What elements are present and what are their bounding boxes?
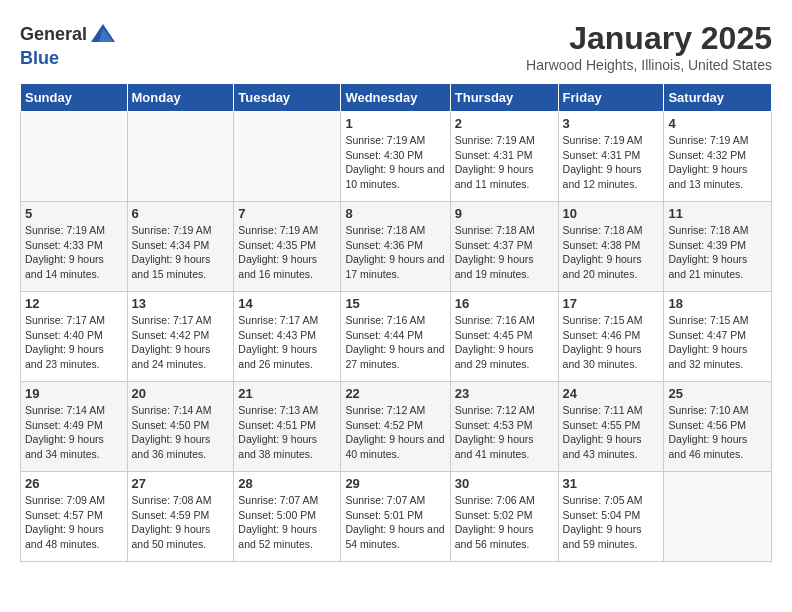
calendar-day-cell: 30Sunrise: 7:06 AM Sunset: 5:02 PM Dayli… — [450, 472, 558, 562]
calendar-day-cell: 29Sunrise: 7:07 AM Sunset: 5:01 PM Dayli… — [341, 472, 450, 562]
day-info: Sunrise: 7:15 AM Sunset: 4:47 PM Dayligh… — [668, 313, 767, 372]
day-info: Sunrise: 7:10 AM Sunset: 4:56 PM Dayligh… — [668, 403, 767, 462]
calendar-day-cell: 22Sunrise: 7:12 AM Sunset: 4:52 PM Dayli… — [341, 382, 450, 472]
day-info: Sunrise: 7:17 AM Sunset: 4:43 PM Dayligh… — [238, 313, 336, 372]
day-number: 29 — [345, 476, 445, 491]
day-number: 13 — [132, 296, 230, 311]
day-number: 31 — [563, 476, 660, 491]
day-number: 9 — [455, 206, 554, 221]
calendar-day-cell: 23Sunrise: 7:12 AM Sunset: 4:53 PM Dayli… — [450, 382, 558, 472]
day-info: Sunrise: 7:16 AM Sunset: 4:45 PM Dayligh… — [455, 313, 554, 372]
calendar-day-cell: 2Sunrise: 7:19 AM Sunset: 4:31 PM Daylig… — [450, 112, 558, 202]
day-number: 1 — [345, 116, 445, 131]
day-number: 11 — [668, 206, 767, 221]
calendar-day-cell: 14Sunrise: 7:17 AM Sunset: 4:43 PM Dayli… — [234, 292, 341, 382]
calendar-day-cell: 26Sunrise: 7:09 AM Sunset: 4:57 PM Dayli… — [21, 472, 128, 562]
calendar-header-row: SundayMondayTuesdayWednesdayThursdayFrid… — [21, 84, 772, 112]
calendar-week-row: 5Sunrise: 7:19 AM Sunset: 4:33 PM Daylig… — [21, 202, 772, 292]
page-header: General Blue January 2025 Harwood Height… — [20, 20, 772, 73]
calendar-day-cell: 4Sunrise: 7:19 AM Sunset: 4:32 PM Daylig… — [664, 112, 772, 202]
day-of-week-header: Tuesday — [234, 84, 341, 112]
day-info: Sunrise: 7:19 AM Sunset: 4:31 PM Dayligh… — [563, 133, 660, 192]
day-number: 15 — [345, 296, 445, 311]
day-info: Sunrise: 7:19 AM Sunset: 4:30 PM Dayligh… — [345, 133, 445, 192]
day-number: 10 — [563, 206, 660, 221]
calendar-day-cell — [664, 472, 772, 562]
day-of-week-header: Sunday — [21, 84, 128, 112]
calendar-table: SundayMondayTuesdayWednesdayThursdayFrid… — [20, 83, 772, 562]
day-number: 25 — [668, 386, 767, 401]
calendar-week-row: 19Sunrise: 7:14 AM Sunset: 4:49 PM Dayli… — [21, 382, 772, 472]
calendar-day-cell: 15Sunrise: 7:16 AM Sunset: 4:44 PM Dayli… — [341, 292, 450, 382]
day-number: 6 — [132, 206, 230, 221]
day-number: 8 — [345, 206, 445, 221]
calendar-day-cell: 25Sunrise: 7:10 AM Sunset: 4:56 PM Dayli… — [664, 382, 772, 472]
day-number: 26 — [25, 476, 123, 491]
calendar-day-cell — [127, 112, 234, 202]
day-number: 27 — [132, 476, 230, 491]
day-info: Sunrise: 7:18 AM Sunset: 4:39 PM Dayligh… — [668, 223, 767, 282]
day-info: Sunrise: 7:11 AM Sunset: 4:55 PM Dayligh… — [563, 403, 660, 462]
calendar-day-cell — [234, 112, 341, 202]
calendar-day-cell: 10Sunrise: 7:18 AM Sunset: 4:38 PM Dayli… — [558, 202, 664, 292]
day-info: Sunrise: 7:06 AM Sunset: 5:02 PM Dayligh… — [455, 493, 554, 552]
calendar-day-cell: 11Sunrise: 7:18 AM Sunset: 4:39 PM Dayli… — [664, 202, 772, 292]
location: Harwood Heights, Illinois, United States — [526, 57, 772, 73]
logo-icon — [89, 20, 117, 48]
day-info: Sunrise: 7:19 AM Sunset: 4:33 PM Dayligh… — [25, 223, 123, 282]
day-number: 16 — [455, 296, 554, 311]
day-info: Sunrise: 7:14 AM Sunset: 4:50 PM Dayligh… — [132, 403, 230, 462]
calendar-day-cell: 16Sunrise: 7:16 AM Sunset: 4:45 PM Dayli… — [450, 292, 558, 382]
logo-general-text: General — [20, 24, 87, 45]
calendar-day-cell: 6Sunrise: 7:19 AM Sunset: 4:34 PM Daylig… — [127, 202, 234, 292]
day-number: 22 — [345, 386, 445, 401]
day-of-week-header: Saturday — [664, 84, 772, 112]
logo-blue-text: Blue — [20, 48, 59, 69]
day-info: Sunrise: 7:07 AM Sunset: 5:01 PM Dayligh… — [345, 493, 445, 552]
calendar-day-cell: 24Sunrise: 7:11 AM Sunset: 4:55 PM Dayli… — [558, 382, 664, 472]
calendar-day-cell: 3Sunrise: 7:19 AM Sunset: 4:31 PM Daylig… — [558, 112, 664, 202]
day-info: Sunrise: 7:07 AM Sunset: 5:00 PM Dayligh… — [238, 493, 336, 552]
day-info: Sunrise: 7:17 AM Sunset: 4:42 PM Dayligh… — [132, 313, 230, 372]
day-info: Sunrise: 7:18 AM Sunset: 4:38 PM Dayligh… — [563, 223, 660, 282]
day-number: 4 — [668, 116, 767, 131]
day-number: 20 — [132, 386, 230, 401]
calendar-day-cell: 17Sunrise: 7:15 AM Sunset: 4:46 PM Dayli… — [558, 292, 664, 382]
day-info: Sunrise: 7:08 AM Sunset: 4:59 PM Dayligh… — [132, 493, 230, 552]
day-info: Sunrise: 7:14 AM Sunset: 4:49 PM Dayligh… — [25, 403, 123, 462]
day-of-week-header: Thursday — [450, 84, 558, 112]
calendar-day-cell: 7Sunrise: 7:19 AM Sunset: 4:35 PM Daylig… — [234, 202, 341, 292]
day-info: Sunrise: 7:19 AM Sunset: 4:35 PM Dayligh… — [238, 223, 336, 282]
day-info: Sunrise: 7:13 AM Sunset: 4:51 PM Dayligh… — [238, 403, 336, 462]
calendar-day-cell: 18Sunrise: 7:15 AM Sunset: 4:47 PM Dayli… — [664, 292, 772, 382]
calendar-day-cell: 19Sunrise: 7:14 AM Sunset: 4:49 PM Dayli… — [21, 382, 128, 472]
day-of-week-header: Friday — [558, 84, 664, 112]
day-info: Sunrise: 7:18 AM Sunset: 4:36 PM Dayligh… — [345, 223, 445, 282]
day-number: 24 — [563, 386, 660, 401]
day-number: 17 — [563, 296, 660, 311]
calendar-day-cell: 12Sunrise: 7:17 AM Sunset: 4:40 PM Dayli… — [21, 292, 128, 382]
calendar-day-cell — [21, 112, 128, 202]
day-info: Sunrise: 7:15 AM Sunset: 4:46 PM Dayligh… — [563, 313, 660, 372]
day-info: Sunrise: 7:19 AM Sunset: 4:31 PM Dayligh… — [455, 133, 554, 192]
logo: General Blue — [20, 20, 117, 69]
month-title: January 2025 — [526, 20, 772, 57]
calendar-day-cell: 20Sunrise: 7:14 AM Sunset: 4:50 PM Dayli… — [127, 382, 234, 472]
calendar-week-row: 1Sunrise: 7:19 AM Sunset: 4:30 PM Daylig… — [21, 112, 772, 202]
calendar-day-cell: 8Sunrise: 7:18 AM Sunset: 4:36 PM Daylig… — [341, 202, 450, 292]
day-number: 7 — [238, 206, 336, 221]
day-info: Sunrise: 7:19 AM Sunset: 4:32 PM Dayligh… — [668, 133, 767, 192]
day-number: 3 — [563, 116, 660, 131]
calendar-day-cell: 1Sunrise: 7:19 AM Sunset: 4:30 PM Daylig… — [341, 112, 450, 202]
calendar-day-cell: 27Sunrise: 7:08 AM Sunset: 4:59 PM Dayli… — [127, 472, 234, 562]
day-info: Sunrise: 7:18 AM Sunset: 4:37 PM Dayligh… — [455, 223, 554, 282]
day-info: Sunrise: 7:09 AM Sunset: 4:57 PM Dayligh… — [25, 493, 123, 552]
day-info: Sunrise: 7:16 AM Sunset: 4:44 PM Dayligh… — [345, 313, 445, 372]
calendar-day-cell: 5Sunrise: 7:19 AM Sunset: 4:33 PM Daylig… — [21, 202, 128, 292]
day-info: Sunrise: 7:12 AM Sunset: 4:52 PM Dayligh… — [345, 403, 445, 462]
day-number: 30 — [455, 476, 554, 491]
calendar-week-row: 26Sunrise: 7:09 AM Sunset: 4:57 PM Dayli… — [21, 472, 772, 562]
title-block: January 2025 Harwood Heights, Illinois, … — [526, 20, 772, 73]
day-number: 28 — [238, 476, 336, 491]
day-of-week-header: Monday — [127, 84, 234, 112]
